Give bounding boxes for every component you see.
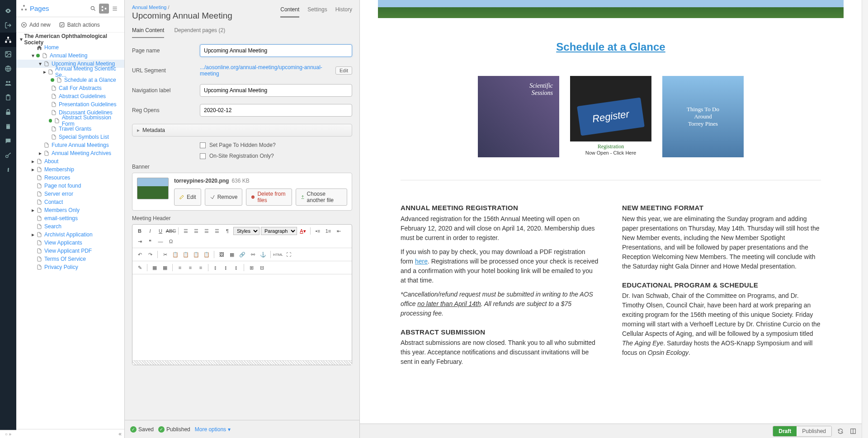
banner-remove-button[interactable]: Remove: [205, 188, 243, 206]
paste-text-button[interactable]: 📋: [192, 250, 201, 259]
fullscreen-button[interactable]: ⛶: [284, 250, 293, 259]
tree-item[interactable]: ▸email-settings: [16, 214, 124, 222]
tree-item[interactable]: ▸View Applicants: [16, 239, 124, 247]
tree-item[interactable]: ▾Annual Meeting: [16, 52, 124, 60]
rail-lock-icon[interactable]: [0, 105, 16, 119]
unlink-button[interactable]: ⚯: [248, 250, 257, 259]
navigation-label-input[interactable]: [200, 84, 352, 97]
banner-edit-button[interactable]: Edit: [174, 188, 201, 206]
tree-item[interactable]: ▸Abstract Guidelines: [16, 92, 124, 100]
omega-button[interactable]: Ω: [166, 237, 175, 246]
image-button[interactable]: 🖼: [217, 250, 226, 259]
tree-item[interactable]: ▸Page not found: [16, 182, 124, 190]
card-register[interactable]: Register RegistrationNow Open - Click He…: [570, 76, 651, 157]
tree-item[interactable]: ▸Presentation Guidelines: [16, 100, 124, 108]
batch-actions-button[interactable]: Batch actions: [59, 22, 100, 28]
scrollbar[interactable]: [862, 0, 868, 438]
rail-people-icon[interactable]: [0, 76, 16, 90]
tree-root[interactable]: ▾The American Ophthalmological Society: [16, 35, 124, 43]
media-button[interactable]: ▦: [227, 250, 236, 259]
row-before-button[interactable]: ≡: [175, 263, 184, 272]
url-edit-button[interactable]: Edit: [335, 66, 352, 75]
subtab-main-content[interactable]: Main Content: [132, 27, 164, 38]
table-button[interactable]: ▦: [150, 263, 159, 272]
paste-word-button[interactable]: 📋: [202, 250, 211, 259]
italic-button[interactable]: I: [146, 226, 155, 235]
blockquote-button[interactable]: ❝: [146, 237, 155, 246]
bullet-list-button[interactable]: •≡: [313, 226, 322, 235]
card-things-to-do[interactable]: Things To DoAroundTorrey Pines: [662, 76, 744, 157]
table-props-button[interactable]: ▦: [160, 263, 170, 272]
col-after-button[interactable]: ⫿: [222, 263, 231, 272]
number-list-button[interactable]: 1≡: [324, 226, 333, 235]
tree-item[interactable]: ▸Server error: [16, 190, 124, 198]
rail-eye-icon[interactable]: [0, 4, 16, 18]
metadata-toggle[interactable]: ▸ Metadata: [132, 124, 352, 137]
rail-globe-icon[interactable]: [0, 61, 16, 76]
collapse-sidebar-icon[interactable]: «: [118, 431, 122, 437]
hidden-mode-checkbox[interactable]: [200, 142, 206, 148]
format-button[interactable]: ¶: [223, 226, 232, 235]
row-after-button[interactable]: ≡: [186, 263, 195, 272]
rail-logout-icon[interactable]: [0, 18, 16, 33]
tree-item[interactable]: ▸Annual Meeting Archives: [16, 149, 124, 157]
rail-key-icon[interactable]: [0, 148, 16, 163]
tree-item[interactable]: ▸View Applicant PDF: [16, 247, 124, 255]
split-cells-button[interactable]: ⊟: [257, 263, 266, 272]
rail-clipboard-icon[interactable]: [0, 90, 16, 105]
tab-content[interactable]: Content: [280, 6, 299, 18]
tree-item[interactable]: ▸Schedule at a Glance: [16, 76, 124, 84]
col-before-button[interactable]: ⫿: [211, 263, 220, 272]
tree-item[interactable]: ▸Abstract Submission Form: [16, 117, 124, 125]
split-view-icon[interactable]: [849, 427, 857, 435]
tree-item[interactable]: ▸Special Symbols List: [16, 133, 124, 141]
pdf-link[interactable]: here: [415, 258, 428, 265]
tree-item[interactable]: ▸Call For Abstracts: [16, 84, 124, 92]
copy-button[interactable]: 📋: [171, 250, 180, 259]
strike-button[interactable]: ABC: [166, 226, 175, 235]
col-delete-button[interactable]: ⫿: [232, 263, 241, 272]
card-scientific-sessions[interactable]: ScientificSessions: [478, 76, 559, 157]
hr-button[interactable]: —: [156, 237, 165, 246]
banner-delete-button[interactable]: Delete from files: [246, 188, 292, 206]
tree-item[interactable]: ▸Privacy Policy: [16, 263, 124, 271]
cut-button[interactable]: ✂: [160, 250, 170, 259]
tree-item[interactable]: ▸Resources: [16, 174, 124, 182]
page-name-input[interactable]: [200, 44, 352, 57]
more-options-button[interactable]: More options ▾: [195, 426, 231, 433]
underline-button[interactable]: U: [156, 226, 165, 235]
bold-button[interactable]: B: [135, 226, 144, 235]
sync-icon[interactable]: [836, 427, 844, 435]
row-delete-button[interactable]: ≡: [196, 263, 205, 272]
link-button[interactable]: 🔗: [238, 250, 247, 259]
tree-item[interactable]: ▸Future Annual Meetings: [16, 141, 124, 149]
onsite-reg-checkbox[interactable]: [200, 153, 206, 159]
tree-item[interactable]: ▸About: [16, 157, 124, 165]
tree-item[interactable]: ▸Contact: [16, 198, 124, 206]
rail-building-icon[interactable]: [0, 119, 16, 134]
align-center-button[interactable]: ☰: [192, 226, 201, 235]
schedule-link[interactable]: Schedule at a Glance: [556, 41, 665, 53]
reg-opens-input[interactable]: [200, 104, 352, 117]
rail-sitemap-icon[interactable]: [0, 33, 16, 47]
subtab-dependent-pages[interactable]: Dependent pages (2): [174, 27, 225, 38]
paragraph-select[interactable]: Paragraph: [261, 227, 297, 235]
rail-image-icon[interactable]: [0, 47, 16, 61]
merge-cells-button[interactable]: ⊞: [247, 263, 256, 272]
editor-resize-handle[interactable]: [132, 360, 352, 365]
tree-item[interactable]: ▸Members Only: [16, 206, 124, 214]
tree-item[interactable]: ▸Membership: [16, 165, 124, 174]
draft-toggle[interactable]: Draft: [773, 426, 797, 436]
align-right-button[interactable]: ☰: [202, 226, 211, 235]
search-icon[interactable]: [88, 4, 98, 14]
banner-choose-button[interactable]: Choose another file: [296, 188, 347, 206]
styles-select[interactable]: Styles: [233, 227, 259, 235]
rail-info-icon[interactable]: i: [0, 163, 16, 177]
tab-settings[interactable]: Settings: [307, 6, 327, 18]
tree-item[interactable]: ▸Terms Of Service: [16, 255, 124, 263]
rail-chat-icon[interactable]: [0, 134, 16, 148]
tab-history[interactable]: History: [335, 6, 352, 18]
redo-button[interactable]: ↷: [146, 250, 155, 259]
align-left-button[interactable]: ☰: [181, 226, 190, 235]
html-button[interactable]: HTML: [274, 250, 283, 259]
